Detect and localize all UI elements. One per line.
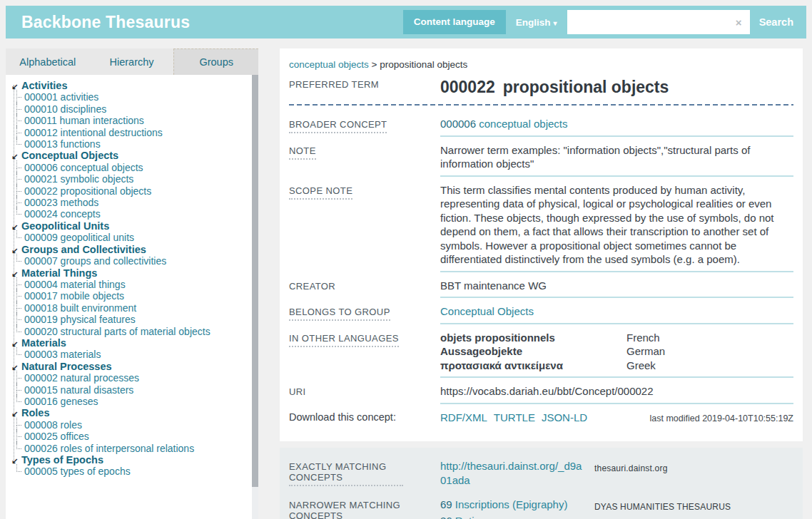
narrower-match-item: 86 RatiosDYAS HUMANITIES THESAURUS — [440, 514, 793, 519]
language-term: προτασιακά αντικείμενα — [440, 359, 626, 373]
tree-group-label[interactable]: Activities — [21, 80, 67, 91]
tree-item-link[interactable]: 000019 physical features — [24, 314, 136, 325]
tree-item-link[interactable]: 000018 built environment — [24, 302, 136, 314]
tree-item-link[interactable]: 000005 types of epochs — [24, 466, 131, 477]
tree-group-label[interactable]: Material Things — [21, 267, 97, 279]
narrower-match-code: 69 — [440, 498, 455, 510]
tree-children: 000001 activities000010 disciplines00001… — [16, 91, 248, 150]
tree-item: 000008 roles — [16, 419, 248, 431]
narrower-match-code: 86 — [440, 515, 455, 519]
exactly-matching-items: http://thesauri.dainst.org/_d9a01adathes… — [440, 459, 793, 488]
belongs-to-group-row: BELONGS TO GROUP Conceptual Objects — [289, 304, 793, 331]
breadcrumb: conceptual objects > propositional objec… — [289, 59, 793, 70]
language-dropdown[interactable]: English▾ — [516, 17, 557, 28]
tab-alphabetical[interactable]: Alphabetical — [6, 48, 90, 75]
language-entry: προτασιακά αντικείμεναGreek — [440, 359, 793, 373]
creator-label: CREATOR — [289, 279, 440, 292]
tree-group[interactable]: ↙Activities — [11, 80, 248, 91]
tree-item: 000020 structural parts of material obje… — [16, 326, 248, 337]
tree-item-link[interactable]: 000003 materials — [24, 349, 101, 360]
tree-item-link[interactable]: 000011 human interactions — [24, 115, 144, 126]
broader-concept-label: BROADER CONCEPT — [289, 117, 440, 133]
language-name: Greek — [626, 359, 793, 373]
tree-group[interactable]: ↙Geopolitical Units — [11, 220, 248, 232]
tree-item-link[interactable]: 000013 functions — [24, 138, 101, 150]
search-box: × — [567, 10, 750, 34]
tree-item: 000001 activities — [16, 91, 248, 103]
tree-group-label[interactable]: Groups and Collectivities — [21, 244, 146, 255]
tree-item-link[interactable]: 000016 geneses — [24, 396, 98, 407]
tree-panel: ↙Activities000001 activities000010 disci… — [6, 75, 258, 519]
tree-group[interactable]: ↙Natural Processes — [11, 361, 248, 372]
tree-item-link[interactable]: 000010 disciplines — [24, 103, 106, 115]
tree-group[interactable]: ↙Materials — [11, 337, 248, 349]
exact-match-link[interactable]: http://thesauri.dainst.org/_d9a01ada — [440, 459, 583, 488]
narrower-match-link[interactable]: 69 Inscriptions (Epigraphy) — [440, 498, 583, 512]
download-format-link[interactable]: RDF/XML — [440, 411, 487, 425]
narrower-match-link[interactable]: 86 Ratios — [440, 514, 583, 519]
download-format-link[interactable]: JSON-LD — [542, 411, 587, 425]
tree-item-link[interactable]: 000022 propositional objects — [24, 185, 151, 197]
tree-item-link[interactable]: 000024 concepts — [24, 208, 101, 220]
tree-item-link[interactable]: 000007 groups and collectivities — [24, 255, 166, 267]
tree-group-label[interactable]: Natural Processes — [21, 361, 112, 372]
tree-item-link[interactable]: 000002 natural processes — [24, 372, 139, 384]
tree-item: 000017 mobile objects — [16, 290, 248, 302]
search-button[interactable]: Search — [750, 10, 793, 34]
tree-item-link[interactable]: 000006 conceptual objects — [24, 162, 143, 173]
tree-item: 000019 physical features — [16, 314, 248, 325]
exactly-matching-row: EXACTLY MATCHING CONCEPTS http://thesaur… — [289, 459, 793, 488]
tree-children: 000004 material things000017 mobile obje… — [16, 279, 248, 337]
broader-concept-code: 000006 — [440, 118, 476, 130]
tab-groups[interactable]: Groups — [173, 48, 258, 75]
chevron-down-icon: ▾ — [554, 19, 557, 27]
search-input[interactable] — [567, 10, 728, 34]
tree-group[interactable]: ↙Types of Epochs — [11, 454, 248, 466]
tree-item-link[interactable]: 000008 roles — [24, 419, 82, 431]
tree-item: 000007 groups and collectivities — [16, 255, 248, 267]
tree-item-link[interactable]: 000023 methods — [24, 197, 98, 208]
breadcrumb-parent-link[interactable]: conceptual objects — [289, 59, 369, 70]
tree-group[interactable]: ↙Conceptual Objects — [11, 150, 248, 161]
tree-children: 000009 geopolitical units — [16, 232, 248, 243]
tree-item-link[interactable]: 000017 mobile objects — [24, 290, 124, 302]
breadcrumb-separator: > — [372, 59, 377, 70]
tab-hierarchy[interactable]: Hierarchy — [90, 48, 174, 75]
languages-list: objets propositionnelsFrenchAussageobjek… — [440, 331, 793, 379]
tree-children: 000006 conceptual objects000021 symbolic… — [16, 162, 248, 220]
tree-item-link[interactable]: 000012 intentional destructions — [24, 127, 163, 138]
breadcrumb-current: propositional objects — [380, 59, 467, 70]
clear-search-icon[interactable]: × — [728, 16, 750, 29]
content-language-button[interactable]: Content language — [403, 10, 506, 34]
tree-item-link[interactable]: 000015 natural disasters — [24, 384, 133, 396]
tree-item-link[interactable]: 000001 activities — [24, 91, 98, 103]
tree-item-link[interactable]: 000004 material things — [24, 279, 126, 290]
tree-item-link[interactable]: 000025 offices — [24, 431, 89, 442]
match-source: DYAS HUMANITIES THESAURUS — [594, 514, 793, 519]
tree-group[interactable]: ↙Material Things — [11, 267, 248, 279]
preferred-term-row: PREFERRED TERM 000022propositional objec… — [289, 77, 793, 97]
tree-item-link[interactable]: 000026 roles of interpersonal relations — [24, 443, 194, 454]
sidebar-scrollbar-track[interactable] — [252, 75, 258, 519]
tree-item: 000011 human interactions — [16, 115, 248, 126]
sidebar-tabs: AlphabeticalHierarchyGroups — [6, 48, 258, 75]
tree-group[interactable]: ↙Roles — [11, 407, 248, 418]
tree-group-label[interactable]: Conceptual Objects — [21, 150, 118, 161]
sidebar-scrollbar-thumb[interactable] — [252, 75, 258, 487]
tree-item-link[interactable]: 000020 structural parts of material obje… — [24, 326, 210, 337]
tree-group-label[interactable]: Materials — [21, 337, 66, 349]
belongs-to-group-link[interactable]: Conceptual Objects — [440, 305, 534, 317]
tree-item: 000009 geopolitical units — [16, 232, 248, 243]
in-other-languages-label: IN OTHER LANGUAGES — [289, 331, 440, 347]
tree-group[interactable]: ↙Groups and Collectivities — [11, 244, 248, 255]
tree-item-link[interactable]: 000021 symbolic objects — [24, 173, 133, 185]
tree-item-link[interactable]: 000009 geopolitical units — [24, 232, 134, 243]
tree-group-label[interactable]: Geopolitical Units — [21, 220, 109, 232]
preferred-term-label: PREFERRED TERM — [289, 77, 440, 90]
download-format-link[interactable]: TURTLE — [494, 411, 535, 425]
tree-group-label[interactable]: Types of Epochs — [21, 454, 103, 466]
tree-group-label[interactable]: Roles — [21, 407, 50, 418]
broader-concept-link[interactable]: conceptual objects — [479, 118, 567, 130]
header-controls: Content language English▾ × Search — [403, 10, 793, 34]
belongs-to-group-label: BELONGS TO GROUP — [289, 304, 440, 321]
